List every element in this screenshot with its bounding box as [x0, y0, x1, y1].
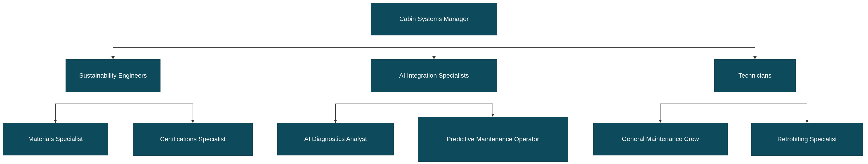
node-label-general: General Maintenance Crew: [622, 135, 699, 143]
node-ai-diagnostics-analyst: AI Diagnostics Analyst: [277, 123, 394, 155]
node-sustainability-engineers: Sustainability Engineers: [66, 59, 160, 92]
svg-marker-22: [491, 114, 494, 117]
node-general-maintenance-crew: General Maintenance Crew: [593, 123, 727, 155]
org-chart: Cabin Systems Manager Sustainability Eng…: [0, 0, 868, 164]
node-cabin-systems-manager: Cabin Systems Manager: [371, 3, 497, 35]
svg-marker-3: [112, 56, 115, 59]
node-label-certifications: Certifications Specialist: [160, 135, 225, 143]
node-label-predictive: Predictive Maintenance Operator: [447, 135, 539, 143]
svg-marker-12: [54, 120, 57, 123]
node-label-l1-right: Technicians: [739, 72, 772, 80]
node-label-retrofitting: Retrofitting Specialist: [777, 135, 837, 143]
svg-marker-15: [191, 120, 194, 123]
node-retrofitting-specialist: Retrofitting Specialist: [751, 123, 863, 156]
node-label-root: Cabin Systems Manager: [399, 15, 469, 23]
svg-marker-29: [805, 120, 809, 123]
node-label-l1-left: Sustainability Engineers: [79, 72, 147, 80]
node-predictive-maintenance-operator: Predictive Maintenance Operator: [418, 117, 568, 162]
svg-marker-5: [432, 56, 436, 59]
node-label-materials: Materials Specialist: [28, 135, 83, 143]
node-materials-specialist: Materials Specialist: [3, 123, 108, 155]
node-technicians: Technicians: [714, 59, 796, 92]
node-label-l1-center: AI Integration Specialists: [399, 72, 469, 80]
svg-marker-19: [334, 120, 337, 123]
node-label-ai-diagnostics: AI Diagnostics Analyst: [304, 135, 367, 143]
node-certifications-specialist: Certifications Specialist: [133, 123, 253, 156]
svg-marker-8: [753, 56, 756, 59]
node-ai-integration-specialists: AI Integration Specialists: [371, 59, 497, 92]
svg-marker-26: [659, 120, 662, 123]
